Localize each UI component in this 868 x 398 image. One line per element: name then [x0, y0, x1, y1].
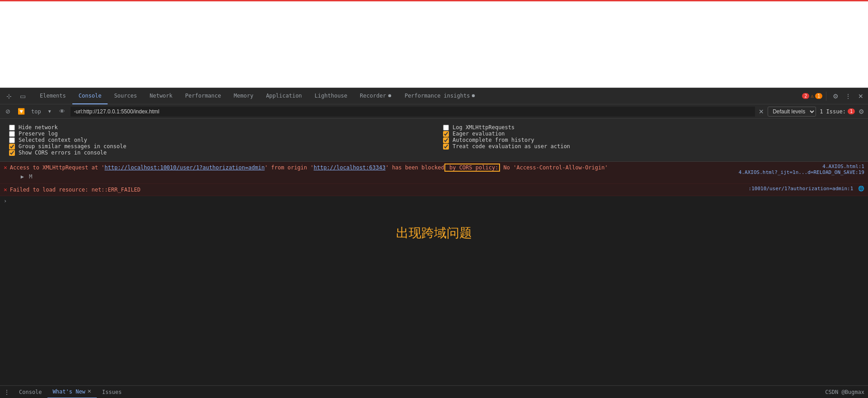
prompt-chevron-icon: ›	[4, 198, 7, 204]
red-top-line	[0, 0, 868, 1]
cors-policy-highlight: by CORS policy:	[444, 164, 500, 172]
treat-code-checkbox[interactable]	[443, 144, 449, 150]
devtools-tab-bar: ⊹ ▭ Elements Console Sources Network Per…	[0, 88, 868, 104]
setting-eager-eval: Eager evaluation	[443, 131, 859, 137]
issues-count: 1	[848, 108, 855, 114]
eye-icon[interactable]: 👁	[57, 107, 67, 116]
tab-memory[interactable]: Memory	[227, 88, 259, 104]
context-label: top	[31, 108, 41, 115]
tab-recorder[interactable]: Recorder ⏺	[354, 88, 398, 104]
more-options-icon[interactable]: ⋮	[843, 91, 854, 102]
cors-source1: 4.AXIOS.html:1	[739, 164, 864, 169]
close-devtools-icon[interactable]: ✕	[855, 91, 866, 102]
cors-error-row[interactable]: ✕ Access to XMLHttpRequest at 'http://lo…	[0, 162, 868, 184]
error-badge[interactable]: 2 ⚠ 1	[802, 93, 822, 99]
warn-count: 1	[815, 93, 822, 99]
settings-icon[interactable]: ⚙	[830, 91, 841, 102]
expand-m-label: M	[29, 173, 32, 180]
preserve-log-checkbox[interactable]	[9, 131, 15, 137]
tab-application[interactable]: Application	[259, 88, 308, 104]
eager-eval-label: Eager evaluation	[453, 131, 505, 137]
show-cors-checkbox[interactable]	[9, 150, 15, 156]
setting-preserve-log: Preserve log	[9, 131, 425, 137]
cors-source2: 4.AXIOS.html?_ijt=1n...d=RELOAD_ON_SAVE:…	[739, 169, 864, 175]
tab-elements[interactable]: Elements	[33, 88, 72, 104]
load-error-text: Failed to load resource: net::ERR_FAILED	[10, 186, 746, 194]
cors-error-content: Access to XMLHttpRequest at 'http://loca…	[10, 164, 732, 182]
annotation-text: 出现跨域问题	[396, 225, 472, 242]
tab-performance[interactable]: Performance	[179, 88, 227, 104]
issues-badge: 1 Issue: 1	[820, 108, 855, 115]
selected-context-label: Selected context only	[19, 137, 87, 143]
selected-context-checkbox[interactable]	[9, 137, 15, 143]
eager-eval-checkbox[interactable]	[443, 131, 449, 137]
separator	[826, 92, 826, 101]
tab-lighthouse[interactable]: Lighthouse	[308, 88, 354, 104]
load-error-source-link[interactable]: :10010/user/1?authorization=admin:1	[749, 186, 856, 192]
context-dropdown-icon[interactable]: ▼	[46, 108, 54, 115]
cors-error-post: ' has been blocked	[386, 164, 444, 171]
autocomplete-checkbox[interactable]	[443, 137, 449, 143]
tab-right-icons: 2 ⚠ 1 ⚙ ⋮ ✕	[802, 91, 866, 102]
treat-code-label: Treat code evaluation as user action	[453, 143, 570, 150]
tab-sources[interactable]: Sources	[108, 88, 143, 104]
inspect-icon[interactable]: ⊹	[4, 91, 14, 102]
group-similar-checkbox[interactable]	[9, 144, 15, 150]
clear-filter-icon[interactable]: ✕	[759, 108, 764, 115]
settings-panel: Hide network Preserve log Selected conte…	[0, 119, 868, 162]
settings-right-col: Log XMLHttpRequests Eager evaluation Aut…	[443, 124, 859, 156]
log-xmlhttp-checkbox[interactable]	[443, 125, 449, 131]
hide-network-label: Hide network	[19, 124, 58, 131]
show-cors-label: Show CORS errors in console	[19, 150, 107, 156]
cors-source1-link[interactable]: 4.AXIOS.html:1	[822, 164, 864, 169]
close-whats-new-icon[interactable]: ✕	[87, 389, 91, 394]
setting-log-xmlhttp: Log XMLHttpRequests	[443, 124, 859, 131]
cors-error-after: No 'Access-Control-Allow-Origin'	[500, 164, 608, 171]
log-levels-select[interactable]: Default levels	[768, 107, 816, 117]
recorder-dot-icon: ⏺	[387, 93, 392, 98]
clear-console-icon[interactable]: ⊘	[4, 107, 12, 116]
tab-network[interactable]: Network	[143, 88, 179, 104]
status-dots-icon[interactable]: ⋮	[4, 389, 10, 396]
load-error-row[interactable]: ✕ Failed to load resource: net::ERR_FAIL…	[0, 184, 868, 196]
cors-expand-row[interactable]: ▶ M	[10, 172, 732, 182]
cors-url1-link[interactable]: http://localhost:10010/user/1?authorizat…	[104, 164, 264, 171]
hide-network-checkbox[interactable]	[9, 125, 15, 131]
console-toolbar: ⊘ 🔽 top ▼ 👁 ✕ Default levels 1 Issue: 1 …	[0, 104, 868, 119]
setting-selected-context: Selected context only	[9, 137, 425, 143]
filter-input[interactable]	[71, 107, 755, 117]
annotation-area: 出现跨域问题	[0, 206, 868, 260]
setting-show-cors: Show CORS errors in console	[9, 150, 425, 156]
status-tab-whats-new[interactable]: What's New ✕	[47, 386, 97, 398]
devtools-panel: ⊹ ▭ Elements Console Sources Network Per…	[0, 88, 868, 398]
setting-group-similar: Group similar messages in console	[9, 143, 425, 150]
expand-arrow-icon: ▶	[21, 173, 24, 180]
cors-error-pre: Access to XMLHttpRequest at '	[10, 164, 105, 171]
cors-error-mid: ' from origin '	[264, 164, 313, 171]
tab-console[interactable]: Console	[72, 88, 108, 104]
device-toggle-icon[interactable]: ▭	[17, 91, 28, 102]
console-prompt-row: ›	[0, 196, 868, 206]
status-right-text: CSDN @Bugmax	[825, 389, 864, 395]
setting-treat-code: Treat code evaluation as user action	[443, 143, 859, 150]
status-tab-issues[interactable]: Issues	[97, 386, 127, 398]
error-icon-cors: ✕	[4, 164, 7, 171]
setting-hide-network: Hide network	[9, 124, 425, 131]
browser-page	[0, 0, 868, 88]
load-error-source: :10010/user/1?authorization=admin:1 🌐	[749, 186, 864, 192]
error-count: 2	[802, 93, 809, 99]
console-output[interactable]: ✕ Access to XMLHttpRequest at 'http://lo…	[0, 162, 868, 385]
performance-insights-icon: ⏺	[471, 93, 476, 98]
cors-source2-link[interactable]: 4.AXIOS.html?_ijt=1n...d=RELOAD_ON_SAVE:…	[739, 169, 864, 175]
status-tab-console[interactable]: Console	[14, 386, 47, 398]
tab-performance-insights[interactable]: Performance insights ⏺	[398, 88, 482, 104]
load-error-globe-icon: 🌐	[858, 186, 864, 192]
autocomplete-label: Autocomplete from history	[453, 137, 534, 143]
cors-url2-link[interactable]: http://localhost:63343	[314, 164, 386, 171]
settings-left-col: Hide network Preserve log Selected conte…	[9, 124, 425, 156]
console-settings-icon[interactable]: ⚙	[859, 108, 864, 115]
error-icon-load: ✕	[4, 186, 7, 193]
setting-autocomplete: Autocomplete from history	[443, 137, 859, 143]
filter-icon[interactable]: 🔽	[16, 107, 27, 116]
group-similar-label: Group similar messages in console	[19, 143, 126, 150]
